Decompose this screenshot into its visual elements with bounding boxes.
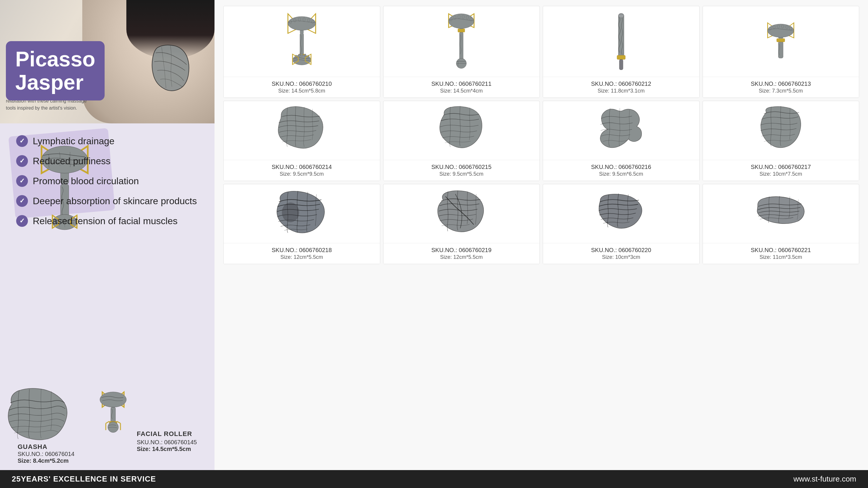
product-card-213: SKU.NO.: 0606760213 Size: 7.3cm*5.5cm [703, 6, 860, 98]
product-card-info-217: SKU.NO.: 0606760217 Size: 10cm*7.5cm [703, 160, 859, 181]
svg-rect-44 [458, 29, 465, 32]
product-card-info-214: SKU.NO.: 0606760214 Size: 9.5cm*9.5cm [224, 160, 380, 181]
main-content: PicassoJasper Discover a sense of sereni… [0, 0, 868, 470]
benefit-item-1: ✓ Lymphatic drainage [16, 135, 197, 147]
svg-point-70 [786, 26, 788, 29]
brand-title-box: PicassoJasper [6, 41, 104, 100]
svg-point-48 [449, 14, 474, 29]
product-card-info-213: SKU.NO.: 0606760213 Size: 7.3cm*5.5cm [703, 77, 859, 97]
product-image-215 [383, 101, 540, 160]
product-card-217: SKU.NO.: 0606760217 Size: 10cm*7.5cm [703, 101, 860, 181]
svg-rect-58 [619, 59, 623, 70]
product-card-210: SKU.NO.: 0606760210 Size: 14.5cm*5.8cm [223, 6, 380, 98]
svg-point-16 [100, 392, 126, 407]
product-row-1: SKU.NO.: 0606760210 Size: 14.5cm*5.8cm [223, 6, 859, 98]
product-image-214 [224, 101, 380, 160]
check-icon-5: ✓ [16, 215, 28, 227]
product-card-info-221: SKU.NO.: 0606760221 Size: 11cm*3.5cm [703, 243, 859, 264]
svg-line-20 [117, 421, 121, 423]
benefit-item-3: ✓ Promote blood circulation [16, 175, 197, 187]
product-card-218: SKU.NO.: 0606760218 Size: 12cm*5.5cm [223, 184, 380, 264]
svg-point-39 [304, 54, 306, 56]
svg-point-53 [466, 16, 469, 20]
svg-point-65 [768, 24, 794, 38]
product-image-213 [703, 6, 859, 77]
product-image-212 [543, 6, 699, 77]
left-panel: PicassoJasper Discover a sense of sereni… [0, 0, 215, 470]
footer-website: www.st-future.com [794, 475, 856, 484]
product-image-217 [703, 101, 859, 160]
svg-line-18 [106, 421, 109, 423]
product-image-211 [383, 6, 540, 77]
svg-rect-56 [618, 14, 624, 60]
product-image-210 [224, 6, 380, 77]
benefit-item-2: ✓ Reduced puffiness [16, 155, 197, 167]
svg-point-28 [288, 17, 316, 30]
benefit-item-5: ✓ Released tension of facial muscles [16, 215, 197, 227]
right-panel: SKU.NO.: 0606760210 Size: 14.5cm*5.8cm [215, 0, 868, 470]
svg-rect-61 [777, 38, 785, 42]
product-card-219: SKU.NO.: 0606760219 Size: 12cm*5.5cm [383, 184, 540, 264]
svg-point-68 [777, 25, 780, 28]
check-icon-3: ✓ [16, 175, 28, 187]
hero-image-section: PicassoJasper Discover a sense of sereni… [0, 0, 215, 123]
product-card-212: SKU.NO.: 0606760212 Size: 11.8cm*3.1cm [543, 6, 700, 98]
product-card-221: SKU.NO.: 0606760221 Size: 11cm*3.5cm [703, 184, 860, 264]
brand-title: PicassoJasper [15, 48, 95, 94]
product-card-info-218: SKU.NO.: 0606760218 Size: 12cm*5.5cm [224, 243, 380, 264]
small-roller-display [94, 387, 132, 435]
svg-point-49 [450, 17, 452, 21]
product-row-3: SKU.NO.: 0606760218 Size: 12cm*5.5cm [223, 184, 859, 264]
product-card-info-219: SKU.NO.: 0606760219 Size: 12cm*5.5cm [383, 243, 540, 264]
svg-rect-57 [617, 55, 625, 59]
product-card-info-220: SKU.NO.: 0606760220 Size: 10cm*3cm [543, 243, 699, 264]
footer: 25YEARS' EXCELLENCE IN SERVICE www.st-fu… [0, 470, 868, 488]
featured-guasha [6, 387, 70, 447]
product-card-info-216: SKU.NO.: 0606760216 Size: 9.5cm*6.5cm [543, 160, 699, 181]
svg-point-51 [458, 15, 460, 19]
guasha-info: GUASHA SKU.NO.: 060676014 Size: 8.4cm*5.… [18, 443, 74, 464]
product-card-info-210: SKU.NO.: 0606760210 Size: 14.5cm*5.8cm [224, 77, 380, 97]
svg-point-38 [301, 54, 303, 56]
benefit-item-4: ✓ Deeper absorption of skincare products [16, 195, 197, 207]
product-card-216: SKU.NO.: 0606760216 Size: 9.5cm*6.5cm [543, 101, 700, 181]
svg-point-67 [773, 26, 775, 29]
svg-point-32 [303, 18, 305, 22]
product-section: ✓ Lymphatic drainage ✓ Reduced puffiness… [0, 123, 215, 470]
check-icon-1: ✓ [16, 135, 28, 147]
product-image-218 [224, 184, 380, 243]
svg-point-52 [462, 15, 465, 19]
check-icon-2: ✓ [16, 155, 28, 167]
facial-roller-info: FACIAL ROLLER SKU.NO.: 0606760145 Size: … [136, 430, 197, 453]
svg-point-59 [618, 13, 624, 18]
product-image-220 [543, 184, 699, 243]
check-icon-4: ✓ [16, 195, 28, 207]
product-row-2: SKU.NO.: 0606760214 Size: 9.5cm*9.5cm [223, 101, 859, 181]
benefits-list: ✓ Lymphatic drainage ✓ Reduced puffiness… [16, 135, 197, 227]
product-image-216 [543, 101, 699, 160]
product-card-215: SKU.NO.: 0606760215 Size: 9.5cm*5.5cm [383, 101, 540, 181]
product-image-219 [383, 184, 540, 243]
product-card-220: SKU.NO.: 0606760220 Size: 10cm*3cm [543, 184, 700, 264]
footer-tagline: 25YEARS' EXCELLENCE IN SERVICE [12, 475, 156, 484]
svg-point-37 [299, 54, 300, 56]
svg-point-71 [789, 27, 792, 30]
product-card-info-211: SKU.NO.: 0606760211 Size: 14.5cm*4cm [383, 77, 540, 97]
product-card-211: SKU.NO.: 0606760211 Size: 14.5cm*4cm [383, 6, 540, 98]
product-image-221 [703, 184, 859, 243]
svg-point-72 [282, 203, 299, 222]
svg-point-69 [782, 25, 784, 28]
product-card-info-212: SKU.NO.: 0606760212 Size: 11.8cm*3.1cm [543, 77, 699, 97]
product-card-214: SKU.NO.: 0606760214 Size: 9.5cm*9.5cm [223, 101, 380, 181]
svg-rect-43 [460, 32, 463, 60]
product-card-info-215: SKU.NO.: 0606760215 Size: 9.5cm*5.5cm [383, 160, 540, 181]
